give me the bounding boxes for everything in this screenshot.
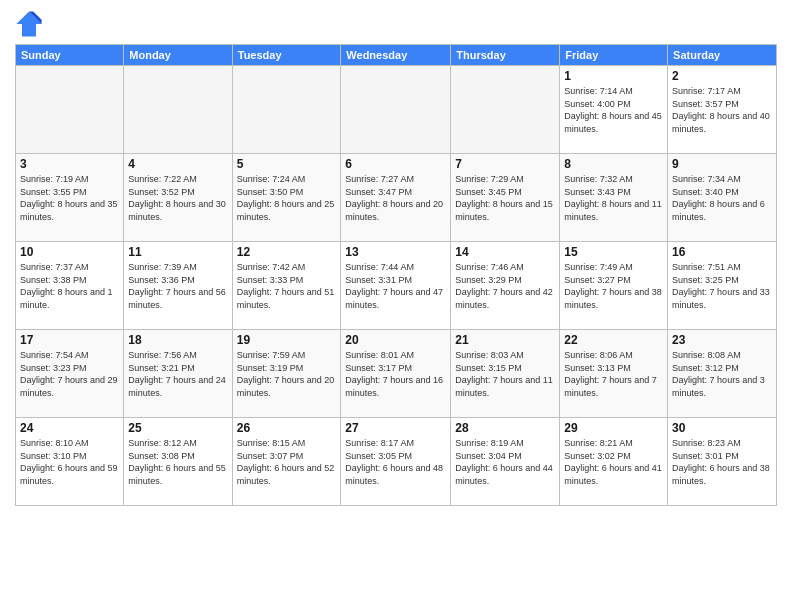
sunrise: Sunrise: 7:56 AM [128,350,197,360]
week-row-3: 10 Sunrise: 7:37 AM Sunset: 3:38 PM Dayl… [16,242,777,330]
sunset: Sunset: 3:52 PM [128,187,195,197]
day-info: Sunrise: 7:44 AM Sunset: 3:31 PM Dayligh… [345,261,446,311]
day-info: Sunrise: 8:23 AM Sunset: 3:01 PM Dayligh… [672,437,772,487]
daylight: Daylight: 7 hours and 20 minutes. [237,375,335,398]
sunset: Sunset: 3:40 PM [672,187,739,197]
weekday-header-wednesday: Wednesday [341,45,451,66]
day-cell: 20 Sunrise: 8:01 AM Sunset: 3:17 PM Dayl… [341,330,451,418]
day-info: Sunrise: 7:51 AM Sunset: 3:25 PM Dayligh… [672,261,772,311]
sunset: Sunset: 4:00 PM [564,99,631,109]
day-cell: 28 Sunrise: 8:19 AM Sunset: 3:04 PM Dayl… [451,418,560,506]
day-cell [451,66,560,154]
day-cell: 3 Sunrise: 7:19 AM Sunset: 3:55 PM Dayli… [16,154,124,242]
sunset: Sunset: 3:01 PM [672,451,739,461]
logo-icon [15,10,43,38]
sunrise: Sunrise: 8:03 AM [455,350,524,360]
week-row-5: 24 Sunrise: 8:10 AM Sunset: 3:10 PM Dayl… [16,418,777,506]
sunset: Sunset: 3:19 PM [237,363,304,373]
day-cell [124,66,232,154]
sunset: Sunset: 3:43 PM [564,187,631,197]
day-cell: 9 Sunrise: 7:34 AM Sunset: 3:40 PM Dayli… [668,154,777,242]
sunrise: Sunrise: 7:14 AM [564,86,633,96]
day-info: Sunrise: 7:17 AM Sunset: 3:57 PM Dayligh… [672,85,772,135]
day-cell [232,66,341,154]
day-cell: 30 Sunrise: 8:23 AM Sunset: 3:01 PM Dayl… [668,418,777,506]
day-number: 25 [128,421,227,435]
sunrise: Sunrise: 8:12 AM [128,438,197,448]
daylight: Daylight: 6 hours and 44 minutes. [455,463,553,486]
sunset: Sunset: 3:45 PM [455,187,522,197]
daylight: Daylight: 6 hours and 38 minutes. [672,463,770,486]
daylight: Daylight: 7 hours and 42 minutes. [455,287,553,310]
day-info: Sunrise: 8:19 AM Sunset: 3:04 PM Dayligh… [455,437,555,487]
day-number: 4 [128,157,227,171]
sunrise: Sunrise: 7:49 AM [564,262,633,272]
sunrise: Sunrise: 7:17 AM [672,86,741,96]
day-cell: 6 Sunrise: 7:27 AM Sunset: 3:47 PM Dayli… [341,154,451,242]
daylight: Daylight: 8 hours and 30 minutes. [128,199,226,222]
day-cell: 22 Sunrise: 8:06 AM Sunset: 3:13 PM Dayl… [560,330,668,418]
sunrise: Sunrise: 7:22 AM [128,174,197,184]
day-number: 15 [564,245,663,259]
sunrise: Sunrise: 7:19 AM [20,174,89,184]
svg-marker-0 [16,11,41,36]
day-cell [341,66,451,154]
logo [15,10,47,38]
sunset: Sunset: 3:05 PM [345,451,412,461]
sunrise: Sunrise: 7:39 AM [128,262,197,272]
day-cell: 26 Sunrise: 8:15 AM Sunset: 3:07 PM Dayl… [232,418,341,506]
day-number: 14 [455,245,555,259]
daylight: Daylight: 7 hours and 51 minutes. [237,287,335,310]
daylight: Daylight: 8 hours and 40 minutes. [672,111,770,134]
daylight: Daylight: 7 hours and 11 minutes. [455,375,553,398]
day-number: 10 [20,245,119,259]
sunrise: Sunrise: 7:34 AM [672,174,741,184]
sunrise: Sunrise: 7:59 AM [237,350,306,360]
week-row-2: 3 Sunrise: 7:19 AM Sunset: 3:55 PM Dayli… [16,154,777,242]
day-info: Sunrise: 7:46 AM Sunset: 3:29 PM Dayligh… [455,261,555,311]
day-number: 8 [564,157,663,171]
calendar-table: SundayMondayTuesdayWednesdayThursdayFrid… [15,44,777,506]
day-number: 7 [455,157,555,171]
daylight: Daylight: 7 hours and 29 minutes. [20,375,118,398]
day-number: 30 [672,421,772,435]
sunset: Sunset: 3:38 PM [20,275,87,285]
sunrise: Sunrise: 8:06 AM [564,350,633,360]
sunrise: Sunrise: 8:23 AM [672,438,741,448]
daylight: Daylight: 7 hours and 24 minutes. [128,375,226,398]
sunrise: Sunrise: 7:27 AM [345,174,414,184]
sunset: Sunset: 3:55 PM [20,187,87,197]
sunset: Sunset: 3:31 PM [345,275,412,285]
day-number: 11 [128,245,227,259]
weekday-header-thursday: Thursday [451,45,560,66]
weekday-header-tuesday: Tuesday [232,45,341,66]
day-cell: 19 Sunrise: 7:59 AM Sunset: 3:19 PM Dayl… [232,330,341,418]
daylight: Daylight: 6 hours and 55 minutes. [128,463,226,486]
day-number: 22 [564,333,663,347]
sunset: Sunset: 3:04 PM [455,451,522,461]
day-info: Sunrise: 7:34 AM Sunset: 3:40 PM Dayligh… [672,173,772,223]
sunset: Sunset: 3:15 PM [455,363,522,373]
day-cell: 29 Sunrise: 8:21 AM Sunset: 3:02 PM Dayl… [560,418,668,506]
weekday-header-saturday: Saturday [668,45,777,66]
sunset: Sunset: 3:33 PM [237,275,304,285]
day-cell: 27 Sunrise: 8:17 AM Sunset: 3:05 PM Dayl… [341,418,451,506]
day-info: Sunrise: 7:29 AM Sunset: 3:45 PM Dayligh… [455,173,555,223]
sunset: Sunset: 3:17 PM [345,363,412,373]
day-cell: 5 Sunrise: 7:24 AM Sunset: 3:50 PM Dayli… [232,154,341,242]
day-cell: 4 Sunrise: 7:22 AM Sunset: 3:52 PM Dayli… [124,154,232,242]
sunset: Sunset: 3:21 PM [128,363,195,373]
day-info: Sunrise: 7:56 AM Sunset: 3:21 PM Dayligh… [128,349,227,399]
sunrise: Sunrise: 7:32 AM [564,174,633,184]
daylight: Daylight: 8 hours and 25 minutes. [237,199,335,222]
day-info: Sunrise: 7:19 AM Sunset: 3:55 PM Dayligh… [20,173,119,223]
week-row-1: 1 Sunrise: 7:14 AM Sunset: 4:00 PM Dayli… [16,66,777,154]
week-row-4: 17 Sunrise: 7:54 AM Sunset: 3:23 PM Dayl… [16,330,777,418]
day-info: Sunrise: 8:21 AM Sunset: 3:02 PM Dayligh… [564,437,663,487]
daylight: Daylight: 6 hours and 41 minutes. [564,463,662,486]
day-number: 5 [237,157,337,171]
sunrise: Sunrise: 8:01 AM [345,350,414,360]
day-cell: 15 Sunrise: 7:49 AM Sunset: 3:27 PM Dayl… [560,242,668,330]
sunset: Sunset: 3:13 PM [564,363,631,373]
day-number: 18 [128,333,227,347]
